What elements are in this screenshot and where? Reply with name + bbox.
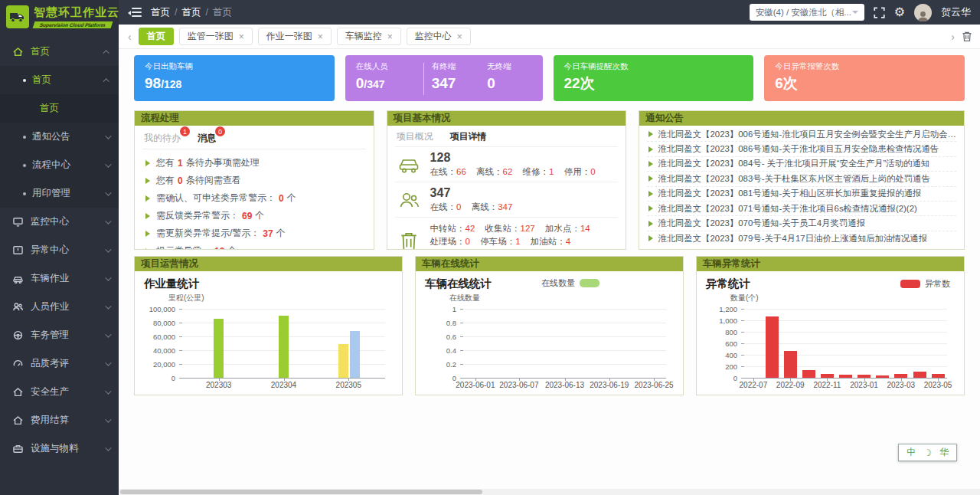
truck-logo-icon — [6, 5, 29, 28]
y-tick-mark — [741, 320, 744, 321]
notice-item[interactable]: 淮北同盈文【2023】083号-关于杜集区东片区主管酒后上岗的处罚通告 — [647, 172, 956, 186]
ime-mode-key[interactable]: 华 — [939, 446, 949, 459]
chevron-down-icon — [105, 189, 111, 195]
tab-messages[interactable]: 消息0 — [198, 132, 216, 145]
notice-item[interactable]: 淮北同盈文【2023】071号通知-关于淮北项目6s检查情况通报(2)(2) — [647, 202, 956, 216]
ime-moon-icon[interactable]: ☽ — [923, 447, 932, 458]
y-axis-tick: 600 — [704, 339, 737, 348]
notice-item[interactable]: 淮北同盈文【2023】070号通知-关于员工4月奖罚通报 — [647, 216, 956, 231]
arrow-right-icon — [145, 195, 150, 202]
steering-wheel-icon — [12, 329, 24, 341]
sidebar-item-notices[interactable]: 通知公告 — [0, 123, 119, 151]
list-item[interactable]: 您有1条待办事项需处理 — [142, 154, 366, 172]
sidebar-item-settlement[interactable]: 费用结算 — [0, 406, 119, 434]
y-axis-tick: 40,000 — [142, 346, 175, 355]
sidebar-item-vehicle-ops[interactable]: 车辆作业 — [0, 264, 119, 293]
breadcrumb-item[interactable]: 首页 — [151, 6, 170, 19]
trash-icon[interactable] — [962, 31, 972, 42]
y-tick-mark — [741, 343, 744, 344]
sidebar-item-home-sub[interactable]: 首页 — [0, 66, 119, 94]
y-tick-mark — [741, 366, 744, 367]
scrollbar-thumb[interactable] — [120, 490, 482, 494]
stat-cards: 今日出勤车辆 98/128 在线人员 0/347 有终端 347 无终端 — [134, 55, 965, 101]
legend-swatch — [580, 279, 599, 287]
panel-title: 项目运营情况 — [135, 257, 402, 271]
chart-legend[interactable]: 异常数 — [900, 278, 950, 290]
panel-project-info: 项目基本情况 项目概况 项目详情 128 在线：66 — [387, 110, 627, 250]
sidebar-item-fleet-mgmt[interactable]: 车务管理 — [0, 321, 119, 349]
close-icon[interactable]: × — [457, 32, 462, 41]
list-item[interactable]: 需更新类异常提示/警示：37个 — [142, 225, 366, 242]
chart-legend[interactable]: 在线数量 — [541, 277, 599, 289]
panel-row-2: 项目运营情况 作业量统计 里程(公里) 020,00040,00060,0008… — [134, 256, 965, 395]
sidebar-item-facilities[interactable]: 设施与物料 — [0, 434, 119, 463]
panel-vehicle-online-stats: 车辆在线统计 车辆在线统计 在线数量 在线数量 00.20.40.60.8120… — [415, 256, 684, 395]
tab-vehicle-monitor[interactable]: 车辆监控× — [337, 28, 401, 45]
list-item[interactable]: 需确认、可申述类异常警示：0个 — [142, 189, 366, 207]
panel-process: 流程处理 我的待办1 消息0 您有1条待办事项需处理 您有0条待阅需查看 需确认… — [134, 110, 374, 250]
y-tick-mark — [179, 350, 182, 351]
y-tick-mark — [179, 364, 182, 365]
sidebar-item-personnel-ops[interactable]: 人员作业 — [0, 293, 119, 321]
tab-home[interactable]: 首页 — [139, 28, 174, 45]
y-axis-tick: 80,000 — [142, 319, 175, 327]
tabs-scroll-right-icon[interactable]: › — [949, 31, 956, 42]
ime-toolbar[interactable]: 中 ☽ 华 — [898, 444, 957, 461]
chevron-down-icon — [852, 11, 858, 14]
arrow-right-icon — [648, 146, 653, 152]
list-item[interactable]: 您有0条待阅需查看 — [142, 172, 366, 189]
gridline — [463, 350, 666, 351]
personnel-summary: 347 在线：0 离线：347 — [395, 182, 619, 218]
sidebar-item-safety[interactable]: 安全生产 — [0, 378, 119, 406]
app-title: 智慧环卫作业云 — [34, 5, 119, 20]
y-tick-mark — [460, 336, 463, 337]
ime-language-key[interactable]: 中 — [906, 446, 916, 459]
gear-icon[interactable]: ⚙ — [894, 6, 905, 18]
bullet-icon — [23, 164, 26, 167]
username[interactable]: 贺云华 — [941, 5, 971, 19]
fullscreen-icon[interactable] — [874, 7, 885, 18]
y-axis-tick: 1,200 — [704, 305, 737, 313]
close-icon[interactable]: × — [318, 32, 323, 41]
arrow-right-icon — [145, 160, 150, 166]
panel-title: 车辆异常统计 — [697, 257, 964, 271]
car-icon — [12, 273, 24, 284]
notice-item[interactable]: 淮北同盈文【2023】079号-关于4月17日油价上涨通知后加油情况通报 — [647, 231, 956, 246]
chart-bar — [802, 370, 815, 378]
y-axis-tick: 0 — [142, 374, 175, 382]
close-icon[interactable]: × — [387, 32, 393, 41]
tab-project-detail[interactable]: 项目详情 — [450, 130, 487, 143]
notice-item[interactable]: 淮北同盈文【2023】081号通知-关于相山区班长加班重复提报的通报 — [647, 187, 956, 202]
notice-item[interactable]: 淮北同盈文【2023】084号- 关于淮北项目开展“安全生产月”活动的通知 — [647, 157, 956, 172]
tab-project-overview[interactable]: 项目概况 — [397, 130, 433, 143]
arrow-right-icon — [648, 205, 653, 211]
tab-supervision-map[interactable]: 监管一张图× — [179, 28, 253, 45]
horizontal-scrollbar — [119, 489, 980, 495]
chevron-down-icon — [105, 218, 111, 224]
sidebar-item-home-leaf[interactable]: 首页 — [0, 94, 119, 123]
arrow-right-icon — [145, 213, 150, 219]
notice-item[interactable]: 淮北同盈文【2023】006号通知-淮北项目五月安全例会暨安全生产月启动会… — [647, 127, 956, 142]
sidebar-item-abnormal-center[interactable]: 异常中心 — [0, 236, 119, 264]
org-select[interactable]: 安徽(4) / 安徽淮北（相... — [750, 4, 864, 21]
list-item[interactable]: 提示类异常：13个 — [142, 242, 366, 249]
sidebar-item-seal-mgmt[interactable]: 用印管理 — [0, 179, 119, 208]
sidebar-item-quality-eval[interactable]: 品质考评 — [0, 349, 119, 378]
breadcrumb-item[interactable]: 首页 — [181, 6, 201, 19]
notice-item[interactable]: 淮北同盈文【2023】086号通知-关于淮北项目五月安全隐患检查情况通告 — [647, 142, 956, 156]
chart-bar — [338, 344, 348, 378]
collapse-sidebar-icon[interactable] — [128, 8, 142, 17]
list-item[interactable]: 需反馈类异常警示：69个 — [142, 207, 366, 225]
tab-my-todo[interactable]: 我的待办1 — [144, 132, 181, 145]
tab-operation-map[interactable]: 作业一张图× — [258, 28, 332, 45]
avatar[interactable] — [914, 4, 932, 21]
y-tick-mark — [179, 309, 182, 310]
tab-monitor-center[interactable]: 监控中心× — [407, 28, 471, 45]
facility-summary: 中转站：42 收集站：127 加水点：14 处理场：0 停车场：1 加油站：4 — [395, 218, 619, 249]
chart-bar — [214, 319, 224, 378]
tabs-scroll-left-icon[interactable]: ‹ — [126, 31, 133, 42]
sidebar-item-process-center[interactable]: 流程中心 — [0, 151, 119, 179]
sidebar-item-monitor-center[interactable]: 监控中心 — [0, 208, 119, 236]
sidebar-item-home[interactable]: 首页 — [0, 38, 119, 66]
close-icon[interactable]: × — [239, 32, 244, 41]
